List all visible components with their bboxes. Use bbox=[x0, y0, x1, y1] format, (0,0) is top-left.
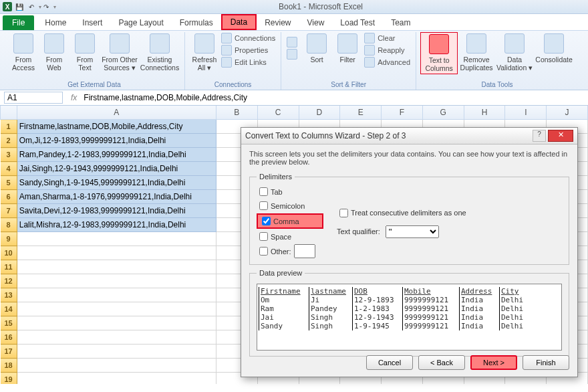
fx-icon[interactable]: fx bbox=[71, 93, 77, 102]
cell[interactable]: Jai,Singh,12-9-1943,9999999121,India,Del… bbox=[17, 162, 216, 176]
cancel-button[interactable]: Cancel bbox=[366, 355, 413, 370]
connections-icon bbox=[221, 33, 232, 43]
tab-checkbox[interactable]: Tab bbox=[257, 185, 323, 198]
row-header[interactable]: 8 bbox=[1, 218, 17, 232]
sort-az-button[interactable] bbox=[285, 36, 301, 48]
reapply-button[interactable]: Reapply bbox=[363, 44, 412, 56]
close-button[interactable]: ✕ bbox=[548, 130, 573, 142]
tab-data[interactable]: Data bbox=[221, 14, 257, 30]
other-delim-input[interactable] bbox=[294, 244, 315, 258]
row-header[interactable]: 12 bbox=[1, 274, 17, 288]
finish-button[interactable]: Finish bbox=[523, 355, 569, 370]
from-web-button[interactable]: From Web bbox=[39, 32, 69, 73]
cell[interactable]: Firstname,lastname,DOB,Mobile,Address,Ci… bbox=[17, 120, 216, 134]
cell[interactable] bbox=[17, 246, 216, 260]
back-button[interactable]: < Back bbox=[418, 355, 465, 370]
treat-consecutive-checkbox[interactable]: Treat consecutive delimiters as one bbox=[337, 207, 466, 219]
row-header[interactable]: 9 bbox=[1, 232, 17, 246]
cell[interactable]: Savita,Devi,12-9-1983,9999999121,India,D… bbox=[17, 204, 216, 218]
tab-home[interactable]: Home bbox=[37, 15, 74, 30]
row-header[interactable]: 13 bbox=[1, 288, 17, 302]
name-box[interactable] bbox=[4, 92, 63, 104]
row-header[interactable]: 7 bbox=[1, 204, 17, 218]
help-button[interactable]: ? bbox=[533, 130, 546, 142]
next-button[interactable]: Next > bbox=[470, 355, 517, 370]
text-to-columns-button[interactable]: Text to Columns bbox=[420, 32, 458, 74]
row-header[interactable]: 18 bbox=[1, 359, 17, 373]
text-qualifier-select[interactable]: " bbox=[386, 225, 439, 238]
row-header[interactable]: 11 bbox=[1, 260, 17, 274]
cell[interactable] bbox=[17, 330, 216, 345]
tab-load-test[interactable]: Load Test bbox=[332, 15, 383, 30]
redo-icon[interactable]: ↷ bbox=[41, 2, 51, 11]
row-header[interactable]: 3 bbox=[1, 148, 17, 162]
col-header[interactable]: B bbox=[216, 106, 257, 120]
col-header[interactable]: C bbox=[257, 106, 299, 120]
cell[interactable] bbox=[17, 373, 216, 385]
preview-pane[interactable]: FirstnamelastnameDOBMobileAddressCityOmJ… bbox=[257, 284, 562, 351]
advanced-button[interactable]: Advanced bbox=[363, 56, 412, 68]
row-header[interactable]: 2 bbox=[1, 134, 17, 148]
tab-review[interactable]: Review bbox=[257, 15, 299, 30]
tab-file[interactable]: File bbox=[3, 15, 34, 30]
semicolon-checkbox[interactable]: Semicolon bbox=[257, 199, 323, 212]
consolidate-button[interactable]: Consolidate bbox=[534, 32, 574, 65]
col-header[interactable]: E bbox=[340, 106, 382, 120]
comma-checkbox[interactable]: Comma bbox=[257, 213, 323, 229]
row-header[interactable]: 19 bbox=[1, 373, 17, 385]
cell[interactable] bbox=[17, 345, 216, 359]
col-header[interactable]: G bbox=[422, 106, 464, 120]
row-header[interactable]: 16 bbox=[1, 330, 17, 345]
clear-button[interactable]: Clear bbox=[363, 32, 412, 44]
col-header[interactable]: J bbox=[547, 106, 588, 120]
from-other-sources-button[interactable]: From Other Sources ▾ bbox=[100, 32, 139, 73]
row-header[interactable]: 14 bbox=[1, 302, 17, 316]
undo-icon[interactable]: ↶ bbox=[27, 2, 36, 11]
row-header[interactable]: 15 bbox=[1, 316, 17, 330]
col-header[interactable]: I bbox=[505, 106, 547, 120]
other-checkbox[interactable]: Other: bbox=[257, 244, 323, 258]
remove-duplicates-button[interactable]: Remove Duplicates bbox=[458, 32, 495, 73]
cell[interactable]: Om,Ji,12-9-1893,9999999121,India,Delhi bbox=[17, 134, 216, 148]
cell[interactable]: Ram,Pandey,1-2-1983,9999999121,India,Del… bbox=[17, 148, 216, 162]
row-header[interactable]: 17 bbox=[1, 345, 17, 359]
tab-page-layout[interactable]: Page Layout bbox=[110, 15, 171, 30]
cell[interactable]: Aman,Sharma,1-8-1976,9999999121,India,De… bbox=[17, 190, 216, 204]
col-header[interactable]: H bbox=[464, 106, 505, 120]
tab-team[interactable]: Team bbox=[383, 15, 418, 30]
cell[interactable] bbox=[17, 288, 216, 302]
tab-insert[interactable]: Insert bbox=[74, 15, 110, 30]
col-header[interactable]: F bbox=[382, 106, 423, 120]
edit-links-button[interactable]: Edit Links bbox=[220, 56, 277, 68]
tab-formulas[interactable]: Formulas bbox=[172, 15, 221, 30]
col-header[interactable]: D bbox=[299, 106, 340, 120]
sort-za-button[interactable] bbox=[285, 48, 301, 60]
row-header[interactable]: 4 bbox=[1, 162, 17, 176]
row-header[interactable]: 10 bbox=[1, 246, 17, 260]
existing-connections-button[interactable]: Existing Connections bbox=[139, 32, 180, 73]
space-checkbox[interactable]: Space bbox=[257, 230, 323, 243]
save-icon[interactable]: 💾 bbox=[15, 2, 24, 11]
cell[interactable] bbox=[17, 260, 216, 274]
row-header[interactable]: 5 bbox=[1, 176, 17, 190]
cell[interactable] bbox=[17, 302, 216, 316]
data-validation-button[interactable]: Data Validation ▾ bbox=[495, 32, 534, 73]
refresh-all-button[interactable]: Refresh All ▾ bbox=[189, 32, 220, 73]
filter-button[interactable]: Filter bbox=[332, 32, 363, 65]
cell[interactable] bbox=[17, 316, 216, 330]
from-access-button[interactable]: From Access bbox=[8, 32, 39, 73]
from-text-button[interactable]: From Text bbox=[69, 32, 100, 73]
formula-input[interactable]: Firstname,lastname,DOB,Mobile,Address,Ci… bbox=[81, 92, 588, 103]
connections-button[interactable]: Connections bbox=[220, 32, 277, 44]
cell[interactable] bbox=[17, 359, 216, 373]
cell[interactable]: Sandy,Singh,1-9-1945,9999999121,India,De… bbox=[17, 176, 216, 190]
row-header[interactable]: 1 bbox=[1, 120, 17, 134]
col-header[interactable]: A bbox=[17, 106, 216, 120]
sort-button[interactable]: Sort bbox=[301, 32, 332, 65]
cell[interactable]: Lalit,Mishra,12-9-1983,9999999121,India,… bbox=[17, 218, 216, 232]
properties-button[interactable]: Properties bbox=[220, 44, 277, 56]
cell[interactable] bbox=[17, 274, 216, 288]
cell[interactable] bbox=[17, 232, 216, 246]
tab-view[interactable]: View bbox=[299, 15, 333, 30]
row-header[interactable]: 6 bbox=[1, 190, 17, 204]
